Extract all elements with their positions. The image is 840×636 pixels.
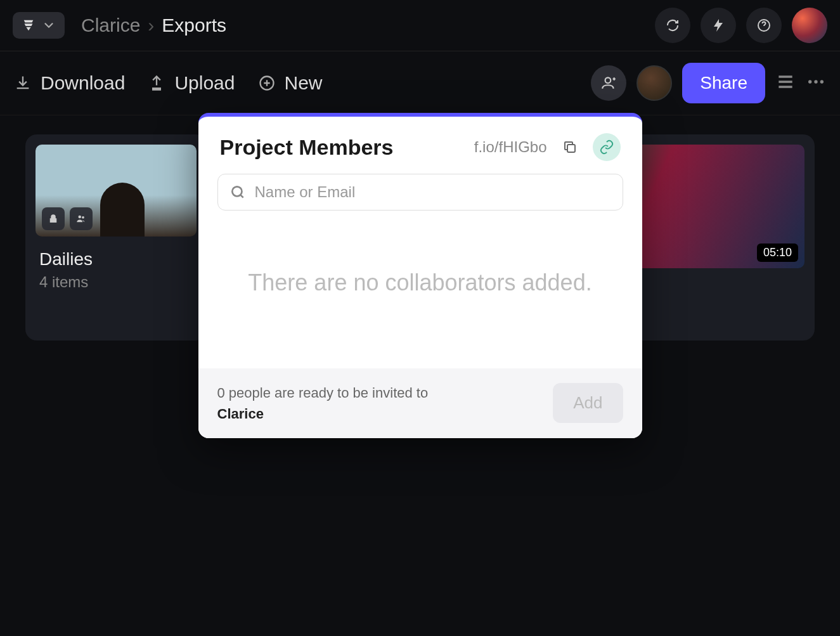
svg-rect-7 [567,145,575,152]
search-input[interactable] [255,183,611,201]
share-url[interactable]: f.io/fHIGbo [474,138,547,156]
link-button[interactable] [593,133,621,161]
footer-project: Clarice [217,406,264,422]
search-wrap [198,174,642,223]
footer-text: 0 people are ready to be invited to Clar… [217,382,541,424]
search-icon [229,184,246,200]
modal-backdrop: Project Members f.io/fHIGbo There are no… [0,0,840,636]
copy-icon [562,140,578,155]
add-button[interactable]: Add [553,383,623,423]
copy-button[interactable] [556,133,584,161]
svg-point-8 [232,186,242,196]
modal-header: Project Members f.io/fHIGbo [198,117,642,174]
search-box[interactable] [217,174,623,211]
footer-prefix: 0 people are ready to be invited to [217,385,429,401]
project-members-modal: Project Members f.io/fHIGbo There are no… [198,113,642,438]
modal-title: Project Members [220,135,465,160]
modal-footer: 0 people are ready to be invited to Clar… [198,368,642,438]
empty-state: There are no collaborators added. [198,223,642,368]
link-icon [599,140,614,155]
